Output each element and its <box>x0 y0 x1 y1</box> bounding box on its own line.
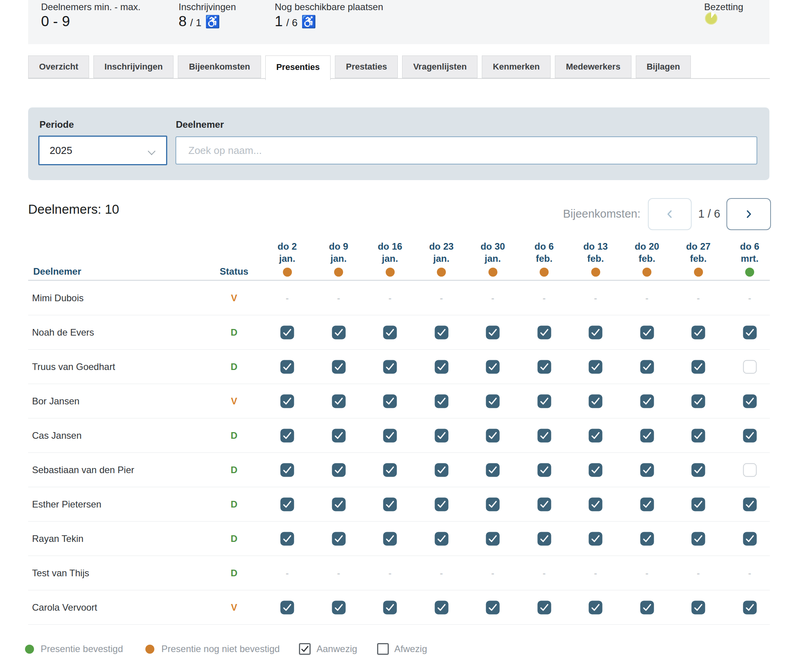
attendance-checkbox-checked[interactable] <box>332 532 345 545</box>
attendance-checkbox-checked[interactable] <box>537 463 551 477</box>
attendance-checkbox-checked[interactable] <box>281 325 294 339</box>
attendance-checkbox-checked[interactable] <box>383 601 397 614</box>
attendance-checkbox-checked[interactable] <box>486 497 500 511</box>
attendance-checkbox-checked[interactable] <box>281 429 294 442</box>
tab-vragenlijsten[interactable]: Vragenlijsten <box>402 55 478 78</box>
attendance-checkbox-unchecked[interactable] <box>743 360 757 374</box>
attendance-checkbox-checked[interactable] <box>537 601 551 614</box>
next-page-button[interactable] <box>726 198 771 230</box>
attendance-checkbox-checked[interactable] <box>692 394 705 408</box>
attendance-checkbox-checked[interactable] <box>332 394 345 408</box>
attendance-checkbox-checked[interactable] <box>537 497 551 511</box>
attendance-checkbox-checked[interactable] <box>486 394 500 408</box>
attendance-checkbox-checked[interactable] <box>332 325 345 339</box>
attendance-checkbox-checked[interactable] <box>692 601 705 614</box>
check-icon <box>693 430 704 441</box>
attendance-checkbox-checked[interactable] <box>537 532 551 545</box>
tab-bijlagen[interactable]: Bijlagen <box>636 55 691 78</box>
attendance-checkbox-checked[interactable] <box>589 325 603 339</box>
periode-select[interactable]: 2025 <box>38 136 167 165</box>
attendance-checkbox-checked[interactable] <box>640 463 654 477</box>
attendance-checkbox-checked[interactable] <box>332 601 345 614</box>
attendance-checkbox-checked[interactable] <box>281 497 294 511</box>
attendance-checkbox-checked[interactable] <box>435 601 448 614</box>
attendance-checkbox-checked[interactable] <box>281 394 294 408</box>
attendance-checkbox-checked[interactable] <box>537 429 551 442</box>
attendance-checkbox-checked[interactable] <box>589 532 603 545</box>
attendance-checkbox-checked[interactable] <box>640 325 654 339</box>
attendance-checkbox-checked[interactable] <box>692 325 705 339</box>
attendance-checkbox-checked[interactable] <box>640 429 654 442</box>
attendance-checkbox-checked[interactable] <box>281 463 294 477</box>
check-icon <box>487 430 499 441</box>
tab-prestaties[interactable]: Prestaties <box>335 55 398 78</box>
attendance-checkbox-checked[interactable] <box>383 532 397 545</box>
attendance-checkbox-checked[interactable] <box>332 497 345 511</box>
tab-kenmerken[interactable]: Kenmerken <box>482 55 551 78</box>
attendance-checkbox-checked[interactable] <box>383 360 397 374</box>
attendance-checkbox-checked[interactable] <box>537 360 551 374</box>
attendance-checkbox-checked[interactable] <box>743 601 757 614</box>
attendance-checkbox-checked[interactable] <box>383 463 397 477</box>
attendance-checkbox-checked[interactable] <box>486 360 500 374</box>
attendance-checkbox-checked[interactable] <box>383 429 397 442</box>
attendance-checkbox-unchecked[interactable] <box>743 463 757 477</box>
attendance-checkbox-checked[interactable] <box>743 394 757 408</box>
attendance-checkbox-checked[interactable] <box>435 497 448 511</box>
tab-bijeenkomsten[interactable]: Bijeenkomsten <box>178 55 261 78</box>
attendance-checkbox-checked[interactable] <box>640 360 654 374</box>
attendance-checkbox-checked[interactable] <box>692 429 705 442</box>
attendance-checkbox-checked[interactable] <box>589 394 603 408</box>
attendance-checkbox-checked[interactable] <box>435 394 448 408</box>
attendance-checkbox-checked[interactable] <box>692 463 705 477</box>
attendance-checkbox-checked[interactable] <box>486 325 500 339</box>
tab-presenties[interactable]: Presenties <box>265 55 331 80</box>
attendance-not-applicable: - <box>748 293 751 303</box>
prev-page-button[interactable] <box>648 198 692 230</box>
meeting-month: jan. <box>467 252 518 265</box>
attendance-checkbox-checked[interactable] <box>589 429 603 442</box>
attendance-checkbox-checked[interactable] <box>589 601 603 614</box>
attendance-checkbox-checked[interactable] <box>281 532 294 545</box>
attendance-checkbox-checked[interactable] <box>486 601 500 614</box>
tab-bar: OverzichtInschrijvingenBijeenkomstenPres… <box>28 55 691 80</box>
attendance-checkbox-checked[interactable] <box>589 360 603 374</box>
attendance-checkbox-checked[interactable] <box>640 394 654 408</box>
attendance-checkbox-checked[interactable] <box>383 497 397 511</box>
meeting-column-header: do 16jan. <box>365 240 415 277</box>
attendance-checkbox-checked[interactable] <box>486 429 500 442</box>
attendance-checkbox-checked[interactable] <box>435 360 448 374</box>
attendance-checkbox-checked[interactable] <box>743 429 757 442</box>
attendance-checkbox-checked[interactable] <box>640 532 654 545</box>
attendance-checkbox-checked[interactable] <box>383 394 397 408</box>
tab-medewerkers[interactable]: Medewerkers <box>555 55 631 78</box>
attendance-checkbox-checked[interactable] <box>640 601 654 614</box>
search-input[interactable] <box>175 136 757 164</box>
attendance-checkbox-checked[interactable] <box>537 394 551 408</box>
attendance-checkbox-checked[interactable] <box>332 360 345 374</box>
tab-overzicht[interactable]: Overzicht <box>28 55 89 78</box>
attendance-checkbox-checked[interactable] <box>486 532 500 545</box>
meeting-unconfirmed-dot <box>694 268 703 277</box>
attendance-checkbox-checked[interactable] <box>743 497 757 511</box>
attendance-checkbox-checked[interactable] <box>589 463 603 477</box>
attendance-checkbox-checked[interactable] <box>640 497 654 511</box>
attendance-checkbox-checked[interactable] <box>486 463 500 477</box>
attendance-checkbox-checked[interactable] <box>383 325 397 339</box>
attendance-checkbox-checked[interactable] <box>692 360 705 374</box>
attendance-checkbox-checked[interactable] <box>435 463 448 477</box>
attendance-checkbox-checked[interactable] <box>435 429 448 442</box>
attendance-checkbox-checked[interactable] <box>332 429 345 442</box>
attendance-checkbox-checked[interactable] <box>332 463 345 477</box>
attendance-checkbox-checked[interactable] <box>692 497 705 511</box>
tab-inschrijvingen[interactable]: Inschrijvingen <box>93 55 173 78</box>
attendance-checkbox-checked[interactable] <box>281 601 294 614</box>
attendance-checkbox-checked[interactable] <box>692 532 705 545</box>
attendance-checkbox-checked[interactable] <box>435 532 448 545</box>
attendance-checkbox-checked[interactable] <box>589 497 603 511</box>
attendance-checkbox-checked[interactable] <box>743 325 757 339</box>
attendance-checkbox-checked[interactable] <box>435 325 448 339</box>
attendance-checkbox-checked[interactable] <box>743 532 757 545</box>
attendance-checkbox-checked[interactable] <box>281 360 294 374</box>
attendance-checkbox-checked[interactable] <box>537 325 551 339</box>
